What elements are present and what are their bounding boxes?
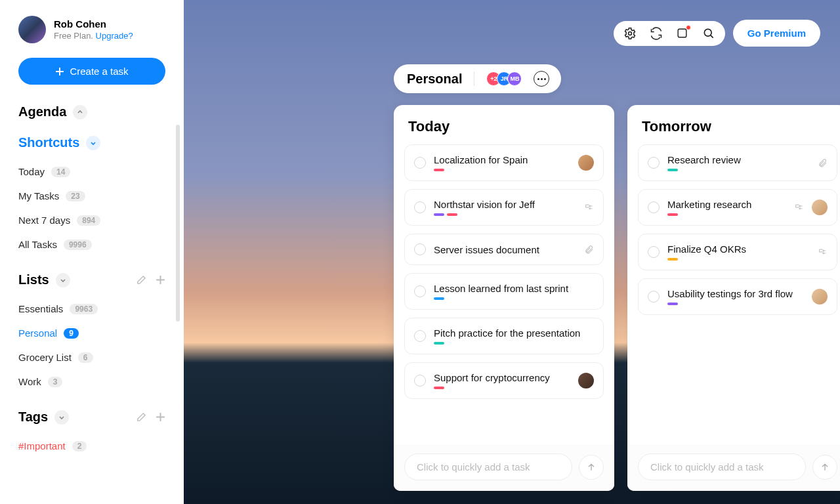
task-card[interactable]: Localization for Spain — [404, 144, 604, 181]
assignee-avatar[interactable] — [578, 373, 594, 388]
count-badge: 9996 — [64, 240, 92, 250]
list-item[interactable]: Essentials9963 — [18, 297, 165, 321]
task-checkbox[interactable] — [648, 157, 660, 169]
separator — [474, 72, 474, 86]
task-card[interactable]: Marketing research — [638, 189, 837, 226]
tag-pill — [667, 303, 678, 305]
shortcut-item[interactable]: My Tasks23 — [18, 184, 165, 208]
profile-block: Rob Cohen Free Plan. Upgrade? — [0, 16, 184, 58]
list-label: Personal — [18, 327, 57, 339]
count-badge: 14 — [51, 167, 70, 177]
tags-label: Tags — [18, 410, 48, 425]
settings-icon[interactable] — [623, 26, 637, 41]
count-badge: 3 — [48, 377, 63, 387]
svg-point-3 — [589, 205, 591, 207]
task-card[interactable]: Pitch practice for the presentation — [404, 318, 604, 354]
main-board: Go Premium Personal +2JRMB TodayLocaliza… — [184, 0, 840, 504]
add-list-icon[interactable] — [156, 275, 165, 285]
list-item[interactable]: Personal9 — [18, 321, 165, 345]
task-checkbox[interactable] — [648, 291, 660, 303]
task-title: Northstar vision for Jeff — [434, 199, 576, 210]
board-column: TomorrowResearch reviewMarketing researc… — [627, 105, 840, 491]
collaborator-badge: MB — [507, 72, 522, 86]
tag-pill — [667, 169, 678, 171]
task-checkbox[interactable] — [414, 243, 426, 255]
board-collaborators[interactable]: +2JRMB — [486, 72, 522, 86]
shortcut-label: My Tasks — [18, 190, 59, 201]
search-icon[interactable] — [702, 26, 716, 41]
shortcuts-label: Shortcuts — [18, 135, 79, 150]
task-title: Usability testings for 3rd flow — [667, 288, 804, 299]
count-badge: 9963 — [70, 304, 98, 314]
task-checkbox[interactable] — [414, 157, 426, 169]
shortcuts-header[interactable]: Shortcuts — [18, 135, 165, 150]
column-title: Today — [394, 105, 614, 144]
chevron-down-icon[interactable] — [54, 410, 69, 425]
list-label: Work — [18, 376, 41, 387]
subtask-icon — [818, 247, 828, 257]
shortcut-label: Next 7 days — [18, 215, 70, 226]
chevron-down-icon[interactable] — [86, 136, 100, 150]
task-checkbox[interactable] — [414, 201, 426, 213]
edit-tags-icon[interactable] — [136, 412, 146, 422]
assignee-avatar[interactable] — [578, 155, 594, 171]
task-card[interactable]: Support for cryptocurrency — [404, 362, 604, 399]
task-card[interactable]: Server issues document — [404, 234, 604, 265]
task-card[interactable]: Research review — [638, 144, 837, 181]
task-checkbox[interactable] — [648, 201, 660, 213]
svg-point-8 — [823, 252, 824, 253]
task-checkbox[interactable] — [414, 285, 426, 297]
task-title: Pitch practice for the presentation — [434, 327, 594, 339]
task-title: Lesson learned from last sprint — [434, 283, 594, 294]
tag-item[interactable]: #Important2 — [18, 434, 165, 458]
column-title: Tomorrow — [627, 105, 840, 144]
quick-add-input[interactable]: Click to quickly add a task — [638, 453, 806, 480]
column-footer: Click to quickly add a task — [627, 444, 840, 491]
edit-lists-icon[interactable] — [136, 275, 146, 285]
task-card[interactable]: Usability testings for 3rd flow — [638, 278, 837, 315]
task-card[interactable]: Northstar vision for Jeff — [404, 189, 604, 226]
svg-point-4 — [589, 207, 591, 209]
sync-icon[interactable] — [649, 26, 663, 41]
tags-header[interactable]: Tags — [18, 410, 165, 425]
add-tag-icon[interactable] — [156, 412, 165, 422]
svg-rect-1 — [678, 29, 686, 37]
subtask-icon — [794, 203, 804, 213]
scrollbar[interactable] — [176, 125, 180, 322]
count-badge: 9 — [64, 328, 79, 339]
task-checkbox[interactable] — [648, 246, 660, 258]
task-card[interactable]: Lesson learned from last sprint — [404, 273, 604, 310]
shortcut-item[interactable]: Today14 — [18, 159, 165, 184]
svg-point-7 — [823, 250, 824, 251]
user-avatar[interactable] — [18, 16, 46, 43]
board-more-button[interactable] — [534, 71, 549, 87]
column-footer: Click to quickly add a task — [394, 444, 614, 491]
go-premium-button[interactable]: Go Premium — [733, 20, 820, 47]
chevron-down-icon[interactable] — [56, 273, 70, 287]
task-tags — [667, 213, 786, 216]
quick-add-input[interactable]: Click to quickly add a task — [404, 453, 572, 480]
task-checkbox[interactable] — [414, 375, 426, 387]
task-tags — [667, 303, 804, 305]
count-badge: 894 — [77, 215, 100, 226]
agenda-header[interactable]: Agenda — [18, 104, 165, 119]
svg-point-2 — [704, 29, 711, 36]
count-badge: 6 — [78, 352, 93, 363]
shortcut-item[interactable]: All Tasks9996 — [18, 232, 165, 257]
task-card[interactable]: Finalize Q4 OKRs — [638, 234, 837, 270]
upgrade-link[interactable]: Upgrade? — [96, 31, 133, 41]
list-item[interactable]: Grocery List6 — [18, 345, 165, 369]
notifications-icon[interactable] — [675, 26, 690, 41]
assignee-avatar[interactable] — [812, 289, 828, 304]
lists-header[interactable]: Lists — [18, 272, 165, 287]
list-label: Grocery List — [18, 352, 72, 363]
shortcut-item[interactable]: Next 7 days894 — [18, 208, 165, 232]
chevron-up-icon[interactable] — [73, 105, 87, 119]
task-checkbox[interactable] — [414, 330, 426, 342]
list-item[interactable]: Work3 — [18, 369, 165, 394]
create-task-button[interactable]: Create a task — [18, 58, 165, 85]
tag-pill — [434, 213, 444, 216]
assignee-avatar[interactable] — [812, 200, 828, 215]
submit-button[interactable] — [812, 455, 837, 480]
submit-button[interactable] — [579, 455, 604, 480]
